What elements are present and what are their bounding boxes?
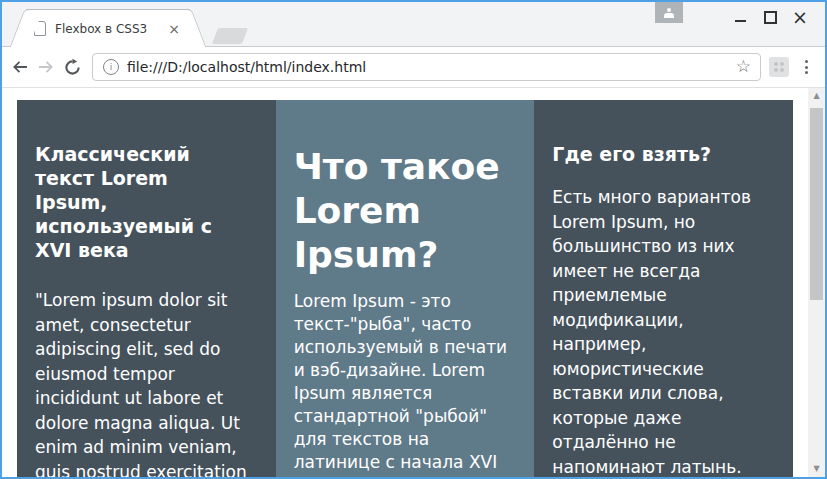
address-bar[interactable]: i file:///D:/localhost/html/index.html ☆ (92, 53, 761, 81)
extension-pattern (774, 62, 778, 66)
scroll-down-icon[interactable]: ▼ (808, 461, 825, 477)
minimize-icon (735, 20, 746, 22)
person-icon (664, 8, 674, 18)
window-controls: × (725, 2, 815, 32)
column-body: Lorem Ipsum - этотекст-"рыба", частоиспо… (294, 290, 517, 477)
flex-container: Классическийтекст LoremIpsum,используемы… (17, 100, 793, 477)
column-heading: Что такоеLoremIpsum? (294, 145, 517, 277)
column-body: "Lorem ipsum dolor sitamet, consectetura… (35, 288, 258, 477)
url-text[interactable]: file:///D:/localhost/html/index.html (127, 59, 366, 75)
forward-arrow-icon (36, 57, 56, 77)
column-what-is-lorem-ipsum: Что такоеLoremIpsum? Lorem Ipsum - этоте… (276, 100, 535, 477)
profile-button[interactable] (655, 2, 683, 23)
maximize-button[interactable] (755, 2, 785, 32)
tab-title: Flexbox в CSS3 (55, 22, 164, 36)
new-tab-button[interactable] (212, 28, 248, 44)
maximize-icon (764, 11, 777, 24)
scrollbar-thumb[interactable] (810, 108, 823, 300)
titlebar[interactable]: Flexbox в CSS3 × × (2, 2, 825, 47)
back-arrow-icon (10, 57, 30, 77)
browser-window: Flexbox в CSS3 × × i file:///D:/localhos… (0, 0, 827, 479)
reload-button[interactable] (61, 58, 83, 77)
column-body: Есть много вариантовLorem Ipsum, нобольш… (552, 185, 775, 477)
column-heading: Где его взять? (552, 142, 775, 166)
extension-icon[interactable] (769, 57, 789, 77)
page-viewport: Классическийтекст LoremIpsum,используемы… (2, 88, 825, 477)
browser-tab[interactable]: Flexbox в CSS3 × (26, 9, 190, 47)
reload-icon (63, 58, 82, 77)
column-heading: Классическийтекст LoremIpsum,используемы… (35, 142, 258, 262)
column-where-to-get: Где его взять? Есть много вариантовLorem… (534, 100, 793, 477)
minimize-button[interactable] (725, 2, 755, 32)
toolbar: i file:///D:/localhost/html/index.html ☆ (2, 47, 825, 88)
scroll-up-icon[interactable]: ▲ (808, 88, 825, 104)
bookmark-star-icon[interactable]: ☆ (736, 56, 751, 76)
window-close-button[interactable]: × (785, 2, 815, 32)
tab-close-icon[interactable]: × (168, 22, 180, 36)
column-classic-text: Классическийтекст LoremIpsum,используемы… (17, 100, 276, 477)
page-favicon-icon (34, 21, 46, 36)
back-button[interactable] (9, 57, 31, 77)
menu-button[interactable] (799, 58, 813, 77)
page-scrollbar[interactable]: ▲ ▼ (808, 88, 825, 477)
forward-button[interactable] (35, 57, 57, 77)
info-icon[interactable]: i (103, 59, 119, 75)
